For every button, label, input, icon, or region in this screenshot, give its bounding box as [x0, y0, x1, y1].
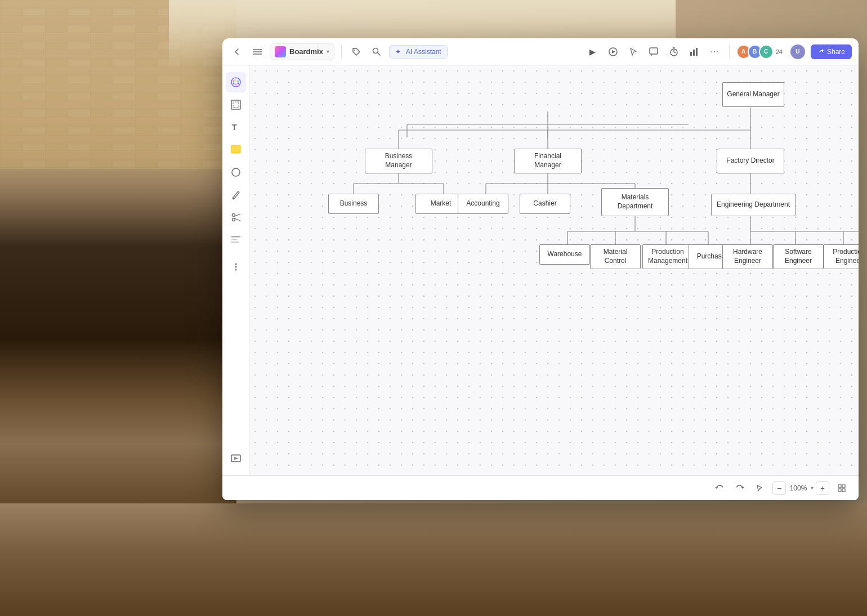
svg-rect-41 — [231, 236, 240, 238]
svg-line-39 — [235, 214, 240, 216]
svg-marker-13 — [612, 50, 615, 53]
canvas-area[interactable]: General Manager Business Manager Financi… — [249, 65, 859, 475]
ai-assistant-button[interactable]: ✦ AI Assistant — [389, 45, 448, 59]
brand-name: Boardmix — [289, 47, 323, 56]
sidebar-tool-palette[interactable] — [226, 72, 246, 92]
svg-rect-43 — [231, 242, 239, 243]
more-tools-button[interactable]: ⋯ — [707, 44, 722, 60]
svg-point-38 — [232, 218, 235, 221]
node-software-engineer[interactable]: Software Engineer — [773, 244, 824, 269]
svg-point-23 — [231, 78, 240, 87]
node-production-mgmt[interactable]: Production Management — [642, 244, 693, 269]
toolbar-right: ▶ ⋯ A B C 24 U — [585, 43, 852, 60]
node-business[interactable]: Business — [328, 194, 379, 214]
svg-rect-83 — [842, 489, 845, 492]
sidebar-tool-shape[interactable] — [226, 162, 246, 182]
svg-point-27 — [237, 83, 239, 84]
toolbar: Boardmix ▾ ✦ AI Assistant ▶ — [222, 38, 859, 65]
zoom-control: − 100% ▾ + — [772, 481, 829, 495]
avatar-3: C — [759, 44, 774, 59]
brand-icon — [275, 46, 286, 57]
main-content: T — [222, 65, 859, 475]
redo-button[interactable] — [732, 480, 748, 496]
node-warehouse[interactable]: Warehouse — [539, 244, 590, 265]
svg-point-24 — [233, 81, 234, 82]
node-general-manager[interactable]: General Manager — [722, 82, 784, 107]
node-hardware-engineer[interactable]: Hardware Engineer — [722, 244, 773, 269]
fit-screen-button[interactable] — [834, 480, 850, 496]
svg-point-45 — [235, 266, 236, 268]
svg-point-25 — [235, 79, 236, 81]
share-label: Share — [827, 48, 845, 56]
app-window: Boardmix ▾ ✦ AI Assistant ▶ — [222, 38, 859, 500]
comment-button[interactable] — [646, 44, 662, 60]
svg-point-8 — [354, 50, 355, 51]
sidebar-tool-media[interactable] — [226, 448, 246, 468]
status-bar: − 100% ▾ + — [222, 475, 859, 500]
node-engineering-dept[interactable]: Engineering Department — [711, 194, 796, 216]
sidebar-tool-template[interactable] — [226, 230, 246, 250]
node-material-control[interactable]: Material Control — [590, 244, 641, 269]
zoom-in-button[interactable]: + — [816, 481, 829, 495]
search-button[interactable] — [369, 44, 385, 60]
svg-rect-30 — [231, 100, 240, 109]
svg-rect-20 — [690, 52, 692, 56]
svg-rect-82 — [838, 489, 841, 492]
node-factory-director[interactable]: Factory Director — [717, 149, 784, 173]
svg-point-37 — [232, 214, 235, 217]
current-user-avatar[interactable]: U — [789, 43, 806, 60]
node-business-manager[interactable]: Business Manager — [365, 149, 432, 173]
separator-1 — [341, 45, 342, 59]
svg-point-35 — [232, 168, 240, 176]
brand-logo[interactable]: Boardmix ▾ — [270, 43, 334, 60]
svg-marker-48 — [234, 457, 238, 460]
zoom-dropdown[interactable]: ▾ — [811, 485, 814, 491]
svg-rect-80 — [838, 485, 841, 488]
svg-point-26 — [237, 81, 239, 82]
sidebar-tool-scissors[interactable] — [226, 207, 246, 227]
svg-rect-14 — [650, 48, 658, 54]
share-button[interactable]: Share — [811, 44, 852, 59]
svg-line-10 — [378, 53, 381, 56]
node-production-engineer[interactable]: Production Engineer — [824, 244, 859, 269]
node-accounting[interactable]: Accounting — [458, 194, 508, 214]
svg-line-40 — [235, 218, 240, 221]
svg-rect-42 — [231, 239, 237, 240]
svg-rect-21 — [693, 50, 695, 56]
sidebar-tool-sticky[interactable] — [226, 140, 246, 160]
svg-point-28 — [235, 84, 236, 86]
chart-button[interactable] — [686, 44, 702, 60]
ai-assistant-label: AI Assistant — [406, 48, 441, 56]
separator-2 — [729, 45, 730, 59]
timer-button[interactable] — [666, 44, 682, 60]
node-cashier[interactable]: Cashier — [520, 194, 570, 214]
sidebar-tool-more[interactable] — [226, 257, 246, 277]
node-financial-manager[interactable]: Financial Manager — [514, 149, 582, 173]
avatar-count: 24 — [776, 48, 783, 55]
cursor-mode-button[interactable] — [752, 480, 768, 496]
connectors-svg — [249, 65, 859, 475]
svg-point-44 — [235, 264, 236, 265]
zoom-out-button[interactable]: − — [772, 481, 786, 495]
chevron-right-button[interactable]: ▶ — [585, 44, 601, 60]
svg-point-29 — [233, 83, 234, 84]
brand-dropdown-icon: ▾ — [327, 48, 329, 55]
svg-text:✦: ✦ — [395, 48, 401, 56]
svg-rect-22 — [696, 48, 698, 56]
back-button[interactable] — [229, 44, 245, 60]
table — [0, 503, 867, 616]
sidebar-tool-text[interactable]: T — [226, 117, 246, 137]
left-sidebar: T — [222, 65, 249, 475]
cursor-button[interactable] — [625, 44, 641, 60]
svg-rect-31 — [233, 102, 239, 108]
sidebar-tool-pen[interactable] — [226, 185, 246, 205]
menu-button[interactable] — [249, 44, 265, 60]
svg-rect-81 — [842, 485, 845, 488]
node-materials-dept[interactable]: Materials Department — [601, 188, 669, 216]
svg-point-46 — [235, 269, 236, 271]
play-button[interactable] — [605, 44, 621, 60]
sidebar-tool-frame[interactable] — [226, 95, 246, 115]
tag-button[interactable] — [348, 44, 364, 60]
undo-button[interactable] — [712, 480, 727, 496]
zoom-level: 100% — [788, 484, 808, 492]
